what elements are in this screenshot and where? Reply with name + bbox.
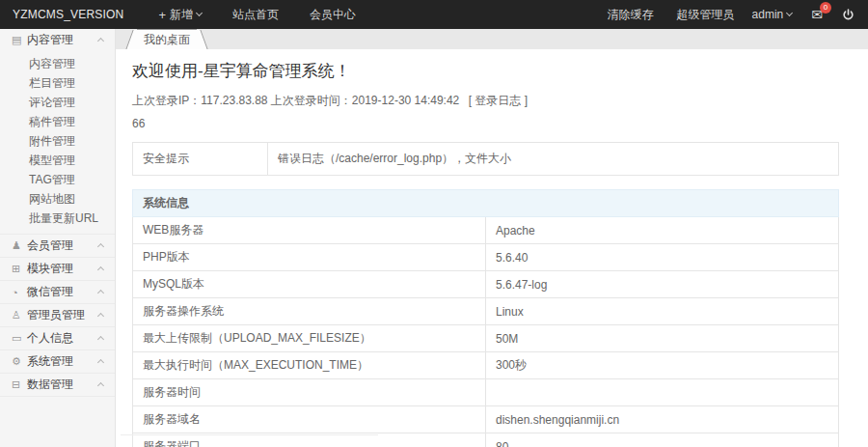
brand-logo[interactable]: YZMCMS_VERSION [0, 8, 143, 21]
row-label: 服务器时间 [133, 379, 486, 406]
table-row: 服务器操作系统 Linux [133, 298, 839, 325]
row-label: 最大执行时间（MAX_EXECUTION_TIME） [133, 352, 486, 379]
menu-new-label: 新增 [170, 7, 193, 23]
row-value: 5.6.40 [486, 244, 839, 271]
chevron-down-icon [196, 10, 203, 16]
wechat-icon: ◔ [12, 287, 25, 298]
row-value: Apache [486, 217, 839, 244]
logout-button[interactable] [832, 0, 868, 29]
table-row: MySQL版本 5.6.47-log [133, 271, 839, 298]
chevron-up-icon [97, 359, 104, 366]
sidebar-section-wechat-header[interactable]: ◔ 微信管理 [0, 281, 115, 303]
sidebar: ▤ 内容管理 内容管理 栏目管理 评论管理 稿件管理 附件管理 模型管理 TAG… [0, 29, 116, 447]
menu-new[interactable]: + 新增 [143, 0, 217, 29]
sidebar-section-module: ⊞ 模块管理 [0, 258, 115, 281]
chevron-up-icon [97, 266, 104, 273]
id-card-icon: ▭ [12, 332, 25, 345]
message-button[interactable]: ✉ 0 [801, 0, 832, 29]
sidebar-section-system-header[interactable]: ⚙ 系统管理 [0, 350, 115, 373]
table-row: 服务器域名 dishen.shengqianmiji.cn [133, 406, 839, 433]
sidebar-item-category-manage[interactable]: 栏目管理 [0, 73, 115, 93]
login-count: 66 [132, 117, 839, 130]
section-label: 会员管理 [27, 237, 98, 254]
row-label: 服务器操作系统 [133, 298, 486, 325]
table-row: PHP版本 5.6.40 [133, 244, 839, 271]
sidebar-item-sitemap[interactable]: 网站地图 [0, 189, 115, 209]
sidebar-section-wechat: ◔ 微信管理 [0, 281, 115, 304]
chevron-up-icon [97, 243, 104, 250]
sidebar-item-attachment-manage[interactable]: 附件管理 [0, 131, 115, 151]
sidebar-submenu: 内容管理 栏目管理 评论管理 稿件管理 附件管理 模型管理 TAG管理 网站地图… [0, 51, 115, 234]
sidebar-item-tag-manage[interactable]: TAG管理 [0, 170, 115, 189]
clear-cache-button[interactable]: 清除缓存 [592, 0, 669, 29]
last-login-text: 上次登录IP：117.23.83.88 上次登录时间：2019-12-30 14… [132, 94, 459, 107]
row-value [486, 379, 839, 406]
row-label: WEB服务器 [133, 217, 486, 244]
sidebar-section-content-header[interactable]: ▤ 内容管理 [0, 29, 115, 51]
sidebar-item-content-manage[interactable]: 内容管理 [0, 54, 115, 73]
chevron-down-icon [786, 10, 793, 16]
chevron-up-icon [97, 382, 104, 389]
section-label: 系统管理 [27, 353, 98, 370]
menu-site-home[interactable]: 站点首页 [217, 0, 294, 29]
page-title: 欢迎使用-星宇算命管理系统！ [132, 60, 839, 82]
main-area: 我的桌面 欢迎使用-星宇算命管理系统！ 上次登录IP：117.23.83.88 … [116, 29, 868, 447]
sidebar-section-member-header[interactable]: ♟ 会员管理 [0, 235, 115, 257]
menu-member-center[interactable]: 会员中心 [294, 0, 371, 29]
section-label: 数据管理 [27, 377, 98, 393]
sidebar-section-module-header[interactable]: ⊞ 模块管理 [0, 258, 115, 280]
sidebar-section-system: ⚙ 系统管理 [0, 350, 115, 374]
row-label: 服务器域名 [133, 406, 486, 433]
user-menu[interactable]: admin [743, 0, 802, 29]
sidebar-section-profile-header[interactable]: ▭ 个人信息 [0, 327, 115, 349]
row-label: PHP版本 [133, 244, 486, 271]
plus-icon: + [158, 8, 166, 22]
topbar-menu: + 新增 站点首页 会员中心 [143, 0, 371, 29]
section-label: 内容管理 [27, 32, 98, 48]
row-label: MySQL版本 [133, 271, 486, 298]
menu-member-center-label: 会员中心 [310, 7, 356, 23]
table-row: 安全提示 错误日志（/cache/error_log.php），文件大小 [133, 143, 839, 176]
message-badge: 0 [820, 2, 831, 14]
role-text: 超级管理员 [677, 7, 735, 23]
sidebar-item-draft-manage[interactable]: 稿件管理 [0, 112, 115, 131]
section-label: 管理员管理 [27, 307, 98, 323]
row-value: 5.6.47-log [486, 271, 839, 298]
tab-my-desktop[interactable]: 我的桌面 [137, 29, 197, 49]
table-row: WEB服务器 Apache [133, 217, 839, 244]
row-value: 300秒 [486, 352, 839, 379]
table-row: 最大上传限制（UPLOAD_MAX_FILESIZE） 50M [133, 325, 839, 352]
login-log-link[interactable]: [ 登录日志 ] [469, 94, 528, 107]
topbar: YZMCMS_VERSION + 新增 站点首页 会员中心 清除缓存 超级管理员 [0, 0, 868, 29]
chevron-up-icon [97, 336, 104, 343]
menu-site-home-label: 站点首页 [232, 7, 279, 23]
role-label: 超级管理员 [669, 0, 743, 29]
table-header-row: 系统信息 [133, 190, 839, 217]
row-value: Linux [486, 298, 839, 325]
sidebar-item-model-manage[interactable]: 模型管理 [0, 151, 115, 170]
table-row: 服务器时间 [133, 379, 839, 406]
tab-bar: 我的桌面 [116, 29, 868, 49]
security-table: 安全提示 错误日志（/cache/error_log.php），文件大小 [132, 142, 839, 176]
app-window: YZMCMS_VERSION + 新增 站点首页 会员中心 清除缓存 超级管理员 [0, 0, 868, 447]
gear-icon: ⚙ [12, 355, 25, 368]
row-label: 最大上传限制（UPLOAD_MAX_FILESIZE） [133, 325, 486, 352]
chevron-up-icon [97, 290, 104, 296]
topbar-right: 清除缓存 超级管理员 admin ✉ 0 [592, 0, 868, 29]
sidebar-section-admin: ♙ 管理员管理 [0, 304, 115, 327]
footer-divider [121, 434, 378, 435]
row-value: 80 [486, 433, 839, 447]
power-icon [842, 9, 854, 21]
last-login-info: 上次登录IP：117.23.83.88 上次登录时间：2019-12-30 14… [132, 93, 839, 109]
row-value: dishen.shengqianmiji.cn [486, 406, 839, 433]
content-icon: ▤ [12, 34, 25, 46]
sidebar-section-admin-header[interactable]: ♙ 管理员管理 [0, 304, 115, 326]
chevron-up-icon [97, 38, 104, 44]
sidebar-item-batch-update-url[interactable]: 批量更新URL [0, 209, 115, 228]
tab-label: 我的桌面 [144, 32, 190, 48]
clear-cache-label: 清除缓存 [608, 7, 654, 23]
sidebar-item-comment-manage[interactable]: 评论管理 [0, 93, 115, 112]
sidebar-section-data-header[interactable]: ⊟ 数据管理 [0, 374, 115, 396]
sidebar-section-member: ♟ 会员管理 [0, 235, 115, 258]
chevron-up-icon [97, 313, 104, 320]
